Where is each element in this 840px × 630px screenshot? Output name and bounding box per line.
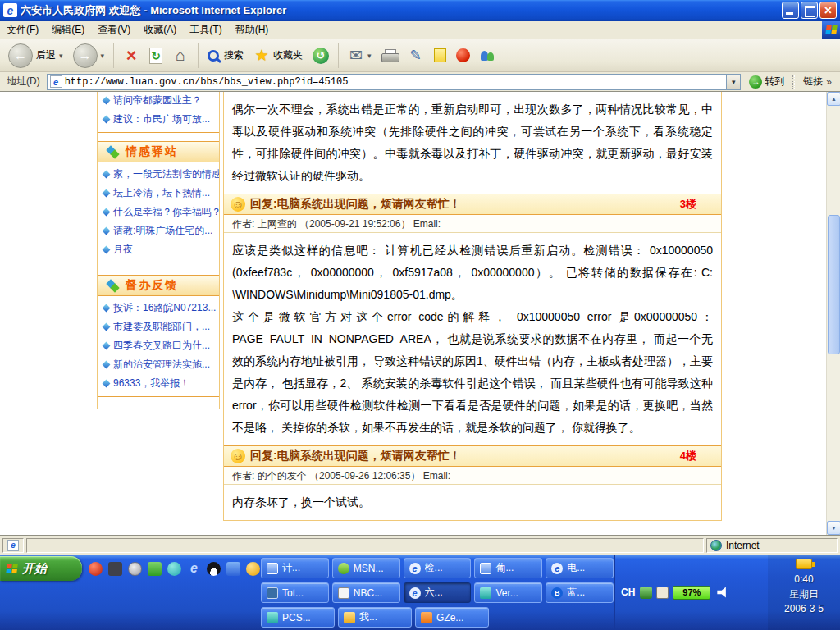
sidebar-link[interactable]: 家，一段无法割舍的情感 [98, 165, 219, 184]
disk-icon[interactable] [128, 562, 142, 576]
battery-indicator[interactable]: 97% [673, 586, 710, 600]
globe-icon[interactable] [167, 562, 181, 576]
go-label: 转到 [765, 75, 784, 89]
taskbar-button[interactable]: 计... [261, 558, 329, 578]
menu-edit[interactable]: 编辑(E) [45, 21, 91, 39]
ime-indicator[interactable]: CH [621, 587, 635, 598]
windows-flag-icon [6, 564, 18, 573]
taskbar: 开始 计... MSN... [0, 555, 840, 630]
address-label: 地址(D) [3, 75, 43, 89]
edit-button[interactable] [404, 45, 427, 66]
qq-button[interactable] [453, 47, 473, 64]
start-button[interactable]: 开始 [0, 556, 82, 581]
close-button[interactable] [819, 2, 837, 19]
ie-icon[interactable] [187, 562, 201, 576]
sidebar-link[interactable]: 新的治安管理法实施... [98, 355, 219, 374]
quick-launch-icon[interactable] [89, 562, 103, 576]
shield-icon[interactable] [640, 587, 652, 599]
author-line: 作者: 上网查的 （2005-09-21 19:52:06） Email: [224, 215, 721, 233]
history-button[interactable] [309, 46, 332, 66]
folder-icon[interactable] [246, 562, 260, 576]
ie-toolbar: 后退 ▾ ▾ 搜索 收藏夹 ▾ [0, 39, 840, 72]
mail-button[interactable]: ▾ [345, 45, 375, 66]
post-paragraph: 应该是类似这样的信息吧： 计算机已经从检测错误后重新启动。检测错误： 0x100… [232, 240, 713, 306]
sidebar-link[interactable]: 四季春交叉路口为什... [98, 336, 219, 355]
stop-button[interactable] [120, 45, 143, 66]
minimize-button[interactable] [782, 2, 799, 19]
taskbar-button[interactable]: Tot... [261, 582, 329, 603]
show-desktop-icon[interactable] [108, 562, 122, 576]
volume-icon[interactable] [717, 587, 728, 598]
menu-file[interactable]: 文件(F) [0, 21, 45, 39]
chevron-down-icon[interactable]: ▾ [101, 52, 105, 60]
qq-penguin-icon[interactable] [207, 562, 221, 576]
post-paragraph: 这个是微软官方对这个error code的解释， 0x10000050 erro… [232, 306, 713, 439]
folder-icon [344, 612, 355, 623]
favorites-label: 收藏夹 [273, 48, 303, 62]
sidebar-link-label: 新的治安管理法实施... [113, 358, 210, 372]
sidebar-link[interactable]: 月夜 [98, 240, 219, 259]
tray-app-icon[interactable] [656, 587, 669, 599]
sidebar-link[interactable]: 请问帝都蒙园业主？ [98, 92, 219, 110]
toolbar-separator [113, 43, 114, 68]
reply-title: 回复:电脑系统出现问题，烦请网友帮忙！ [250, 197, 675, 212]
toolbar-grip [792, 75, 795, 89]
sidebar-list: 投诉：16路皖N07213... 市建委及职能部门，... 四季春交叉路口为什.… [98, 296, 219, 397]
vertical-scrollbar[interactable] [826, 92, 840, 535]
sidebar-link[interactable]: 投诉：16路皖N07213... [98, 299, 219, 317]
taskbar-button-active[interactable]: 六... [404, 582, 472, 603]
go-button[interactable]: 转到 [744, 74, 789, 89]
maximize-button[interactable] [801, 2, 818, 19]
address-dropdown-button[interactable] [726, 75, 740, 89]
sidebar-link[interactable]: 什么是幸福？你幸福吗？ [98, 203, 219, 221]
forum-sidebar: 请问帝都蒙园业主？ 建议：市民广场可放... 情感驿站 家，一段无法割舍的情感 [97, 92, 220, 409]
address-input[interactable] [65, 76, 727, 88]
sidebar-link[interactable]: 市建委及职能部门，... [98, 317, 219, 336]
bullet-icon [103, 342, 111, 350]
notes-button[interactable] [431, 47, 450, 64]
forward-button[interactable]: ▾ [70, 42, 108, 70]
chevron-down-icon[interactable]: ▾ [368, 52, 372, 60]
taskbar-button[interactable]: 葡... [474, 558, 542, 578]
taskbar-button[interactable]: 电... [546, 558, 614, 578]
print-button[interactable] [378, 48, 401, 64]
favorites-button[interactable]: 收藏夹 [250, 45, 306, 66]
taskbar-button[interactable]: GZe... [415, 607, 489, 628]
chevron-down-icon[interactable]: ▾ [59, 52, 63, 60]
taskbar-button-label: 我... [359, 610, 377, 624]
taskbar-button[interactable]: 检... [404, 558, 472, 578]
clock-panel[interactable]: 0:40 星期日 2006-3-5 [768, 555, 840, 630]
sidebar-link[interactable]: 建议：市民广场可放... [98, 110, 219, 129]
app-icon[interactable] [226, 562, 240, 576]
taskbar-button[interactable]: Ver... [474, 582, 542, 603]
scrollbar-thumb[interactable] [828, 215, 840, 354]
sidebar-link[interactable]: 96333，我举报！ [98, 374, 219, 393]
menu-favorites[interactable]: 收藏(A) [137, 21, 183, 39]
menu-help[interactable]: 帮助(H) [229, 21, 276, 39]
diamonds-icon [106, 145, 120, 159]
home-button[interactable] [169, 45, 192, 66]
scroll-down-button[interactable] [827, 521, 840, 535]
refresh-button[interactable] [146, 46, 166, 66]
messenger-button[interactable] [477, 47, 498, 65]
sidebar-link[interactable]: 坛上冷清，坛下热情... [98, 184, 219, 203]
taskbar-button[interactable]: PCS... [261, 607, 335, 628]
ie-icon [409, 563, 421, 574]
taskbar-button-label: 蓝... [567, 586, 585, 600]
app-icon [480, 587, 491, 599]
taskbar-button[interactable]: MSN... [332, 558, 400, 578]
taskbar-button[interactable]: 我... [338, 607, 412, 628]
links-button[interactable]: 链接 [798, 75, 837, 89]
sidebar-link[interactable]: 请教:明珠广场住宅的... [98, 221, 219, 240]
taskbar-button[interactable]: NBC... [332, 582, 400, 603]
menu-view[interactable]: 查看(V) [91, 21, 137, 39]
taskbar-button[interactable]: 蓝... [546, 582, 614, 603]
back-button[interactable]: 后退 ▾ [5, 42, 66, 70]
menu-tools[interactable]: 工具(T) [183, 21, 228, 39]
taskbar-row: Tot... NBC... 六... Ver... 蓝... [261, 582, 614, 603]
scroll-up-button[interactable] [827, 92, 840, 106]
search-button[interactable]: 搜索 [204, 47, 247, 64]
media-player-icon[interactable] [148, 562, 162, 576]
post-body: 偶尔一次不理会，系统出错是正常的，重新启动即可，出现次数多了，两种情况比较常见，… [224, 92, 721, 194]
notepad-icon [434, 48, 446, 62]
